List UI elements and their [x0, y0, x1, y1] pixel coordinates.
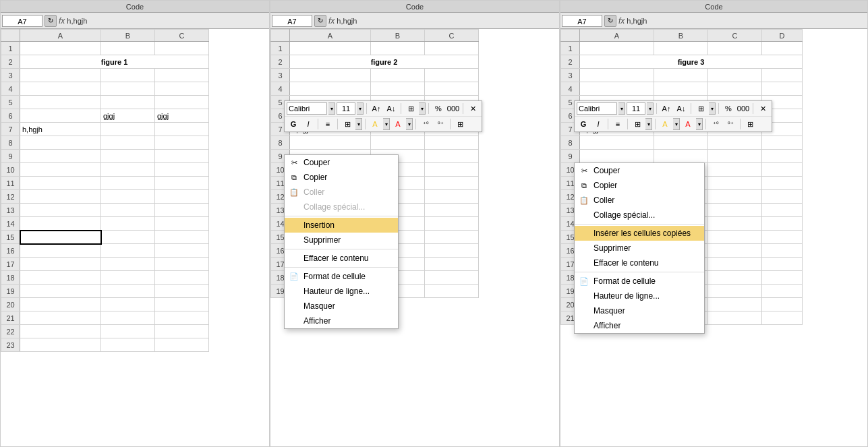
panel2-context-menu-item-masquer[interactable]: Masquer: [285, 299, 398, 314]
panel1-tbody-row-23-header[interactable]: 23: [1, 338, 20, 352]
panel1-tbody-cell-16C[interactable]: [155, 244, 209, 258]
panel1-tbody-cell-17A[interactable]: [20, 258, 101, 271]
panel2-tbody-cell-18C[interactable]: [425, 271, 479, 285]
panel1-tbody-cell-14B[interactable]: [101, 217, 155, 231]
panel3-tbody-row-4-header[interactable]: 4: [561, 82, 580, 96]
panel2-format-btn[interactable]: ⊞: [404, 102, 417, 115]
panel1-tbody-cell-9B[interactable]: [101, 150, 155, 163]
panel3-tbody-cell-16C[interactable]: [708, 244, 762, 258]
panel2-col-A[interactable]: A: [290, 30, 371, 42]
panel3-tbody-cell-16D[interactable]: [762, 244, 803, 258]
panel1-tbody-cell-8B[interactable]: [101, 136, 155, 150]
panel1-tbody-cell-17B[interactable]: [101, 258, 155, 271]
panel3-tbody-cell-18C[interactable]: [708, 271, 762, 285]
panel1-tbody-row-11-header[interactable]: 11: [1, 177, 20, 190]
panel1-tbody-cell-22B[interactable]: [101, 325, 155, 338]
panel1-tbody-row-6-header[interactable]: 6: [1, 109, 20, 123]
panel3-font-shrink-btn[interactable]: A↓: [674, 102, 688, 115]
panel3-context-menu-item-inserer_cellules[interactable]: Insérer les cellules copiées: [575, 226, 704, 241]
panel3-tbody-cell-4C[interactable]: [708, 82, 762, 96]
panel3-tbody-row-3-header[interactable]: 3: [561, 69, 580, 82]
panel2-tbody-row-8-header[interactable]: 8: [271, 136, 290, 150]
panel2-context-menu-item-insertion[interactable]: Insertion: [285, 218, 398, 233]
panel1-tbody-cell-9A[interactable]: [20, 150, 101, 163]
panel2-tbody-cell-15C[interactable]: [425, 231, 479, 244]
panel3-000-btn[interactable]: 000: [736, 102, 750, 115]
panel3-tbody-cell-11C[interactable]: [708, 177, 762, 190]
panel2-fill-btn[interactable]: A: [368, 118, 382, 130]
panel3-context-menu-item-afficher[interactable]: Afficher: [575, 318, 704, 333]
panel3-context-menu-item-supprimer[interactable]: Supprimer: [575, 241, 704, 256]
panel1-tbody-cell-21A[interactable]: [20, 311, 101, 325]
panel1-tbody-cell-10C[interactable]: [155, 163, 209, 177]
panel1-tbody-cell-13C[interactable]: [155, 204, 209, 217]
panel1-tbody-cell-20B[interactable]: [101, 298, 155, 311]
panel1-tbody-cell-18A[interactable]: [20, 271, 101, 285]
panel2-tbody-cell-9C[interactable]: [425, 150, 479, 163]
panel3-tbody-row-9-header[interactable]: 9: [561, 150, 580, 163]
panel3-tbody-cell-21C[interactable]: [708, 311, 762, 325]
panel3-tbody-cell-20D[interactable]: [762, 298, 803, 311]
panel1-tbody-cell-7B[interactable]: [101, 123, 155, 136]
panel2-tbody-cell-3B[interactable]: [371, 69, 425, 82]
panel1-tbody-cell-4A[interactable]: [20, 82, 101, 96]
panel2-dec-dec-btn[interactable]: ⁺⁰: [419, 118, 432, 130]
panel1-tbody-cell-1C[interactable]: [155, 42, 209, 55]
panel3-tbody-cell-19C[interactable]: [708, 285, 762, 298]
panel3-font-name[interactable]: [577, 102, 617, 115]
panel1-tbody-cell-12A[interactable]: [20, 190, 101, 204]
panel1-tbody-cell-8A[interactable]: [20, 136, 101, 150]
panel1-tbody-row-21-header[interactable]: 21: [1, 311, 20, 325]
panel1-tbody-cell-6C[interactable]: gjgj: [155, 109, 209, 123]
panel1-tbody-cell-6A[interactable]: [20, 109, 101, 123]
panel3-format-btn[interactable]: ⊞: [694, 102, 707, 115]
panel3-cell-ref[interactable]: A7: [562, 15, 602, 27]
panel3-font-color-btn[interactable]: A: [681, 118, 695, 130]
panel1-tbody-cell-19C[interactable]: [155, 285, 209, 298]
panel2-bold-btn[interactable]: G: [287, 118, 300, 130]
panel3-font-color-arrow[interactable]: ▾: [696, 118, 703, 130]
panel3-clear-btn[interactable]: ✕: [756, 102, 770, 115]
panel2-font-size-arrow[interactable]: ▾: [357, 102, 364, 115]
panel3-fill-arrow[interactable]: ▾: [673, 118, 680, 130]
panel3-tbody-cell-13D[interactable]: [762, 204, 803, 217]
panel3-context-menu-item-couper[interactable]: ✂Couper: [575, 163, 704, 178]
panel3-context-menu-item-hauteur_ligne[interactable]: Hauteur de ligne...: [575, 289, 704, 303]
panel2-tbody-cell-1C[interactable]: [425, 42, 479, 55]
panel2-tbody-cell-4B[interactable]: [371, 82, 425, 96]
panel1-tbody-row-10-header[interactable]: 10: [1, 163, 20, 177]
panel2-tbody-cell-12C[interactable]: [425, 190, 479, 204]
panel3-tbody-cell-4A[interactable]: [580, 82, 654, 96]
panel1-tbody-cell-14A[interactable]: [20, 217, 101, 231]
panel2-col-B[interactable]: B: [371, 30, 425, 42]
panel1-tbody-cell-4B[interactable]: [101, 82, 155, 96]
panel1-tbody-cell-11B[interactable]: [101, 177, 155, 190]
panel2-font-grow-btn[interactable]: A↑: [370, 102, 383, 115]
panel1-tbody-cell-22C[interactable]: [155, 325, 209, 338]
panel2-tbody-row-1-header[interactable]: 1: [271, 42, 290, 55]
panel1-tbody-cell-9C[interactable]: [155, 150, 209, 163]
panel2-fill-arrow[interactable]: ▾: [383, 118, 390, 130]
panel3-tbody-cell-8C[interactable]: [708, 136, 762, 150]
panel1-tbody-row-22-header[interactable]: 22: [1, 325, 20, 338]
panel2-format-arrow[interactable]: ▾: [419, 102, 426, 115]
panel2-tbody-cell-3C[interactable]: [425, 69, 479, 82]
panel3-dec-dec-btn[interactable]: ⁺⁰: [709, 118, 722, 130]
panel2-tbody-cell-19C[interactable]: [425, 285, 479, 298]
panel2-context-menu-item-hauteur_ligne[interactable]: Hauteur de ligne...: [285, 284, 398, 299]
panel2-context-menu-item-supprimer[interactable]: Supprimer: [285, 233, 398, 247]
panel1-col-A[interactable]: A: [20, 30, 101, 42]
panel3-percent-btn[interactable]: %: [722, 102, 735, 115]
panel2-tbody-cell-4A[interactable]: [290, 82, 371, 96]
panel2-font-name[interactable]: [287, 102, 327, 115]
panel1-tbody-cell-5A[interactable]: [20, 96, 101, 109]
panel3-tbody-cell-1D[interactable]: [762, 42, 803, 55]
panel1-tbody-cell-15B[interactable]: [101, 231, 155, 244]
panel2-context-menu-item-effacer_contenu[interactable]: Effacer le contenu: [285, 251, 398, 266]
panel3-dec-inc-btn[interactable]: ⁰⁺: [724, 118, 737, 130]
panel3-context-menu-item-copier[interactable]: ⧉Copier: [575, 178, 704, 193]
panel3-col-C[interactable]: C: [708, 30, 762, 42]
panel1-tbody-cell-20C[interactable]: [155, 298, 209, 311]
panel1-tbody-cell-10A[interactable]: [20, 163, 101, 177]
panel3-tbody-row-8-header[interactable]: 8: [561, 136, 580, 150]
